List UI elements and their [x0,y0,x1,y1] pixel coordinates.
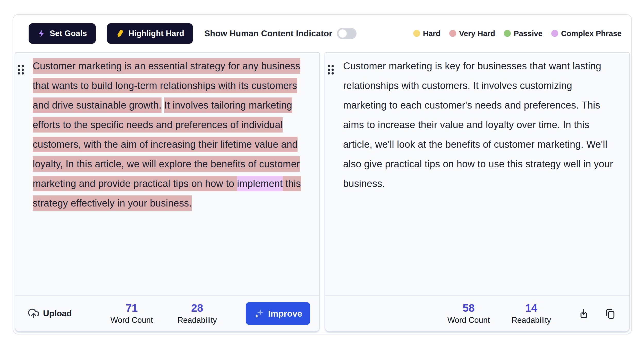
result-readability-label: Readability [512,316,551,325]
legend-label: Hard [423,29,440,38]
text-segment-plain [162,100,164,111]
copy-icon [604,308,616,319]
lightning-bolt-icon [37,29,46,38]
toggle-knob [338,29,347,38]
panels-row: Customer marketing is an essential strat… [13,52,631,334]
legend-item-complex-phrase: Complex Phrase [551,29,622,38]
result-panel-footer: 58 Word Count 14 Readability [325,295,629,331]
source-panel-footer: Upload 71 Word Count 28 Readability [15,295,319,331]
source-readability-value: 28 [177,302,217,314]
improve-button[interactable]: Improve [246,302,310,325]
upload-label: Upload [43,309,72,318]
highlight-legend: HardVery HardPassiveComplex Phrase [413,29,622,38]
legend-item-hard: Hard [413,29,440,38]
legend-dot-icon [413,30,420,37]
result-text: Customer marketing is key for businesses… [343,61,613,189]
result-word-count-stat: 58 Word Count [447,302,490,325]
set-goals-label: Set Goals [50,29,87,38]
upload-cloud-icon [28,308,40,320]
drag-handle-icon[interactable] [18,65,24,75]
source-word-count-stat: 71 Word Count [111,302,153,325]
app-stage: Set Goals Highlight Hard Show Human Cont… [0,0,644,346]
legend-item-very-hard: Very Hard [449,29,495,38]
human-content-indicator-toggle[interactable] [337,28,357,39]
improve-label: Improve [268,309,302,319]
result-panel: Customer marketing is key for businesses… [325,52,630,332]
legend-label: Very Hard [459,29,495,38]
copy-button[interactable] [604,308,616,319]
highlight-hard-label: Highlight Hard [129,29,184,38]
legend-item-passive: Passive [504,29,543,38]
highlighter-pen-icon [116,29,124,38]
source-text-editor[interactable]: Customer marketing is an essential strat… [15,53,319,295]
editor-app-card: Set Goals Highlight Hard Show Human Cont… [13,14,632,334]
human-content-indicator-label: Show Human Content Indicator [204,29,332,38]
result-text-editor[interactable]: Customer marketing is key for businesses… [325,53,629,295]
result-word-count-value: 58 [447,302,490,314]
legend-dot-icon [504,30,511,37]
download-icon [578,308,590,319]
source-readability-stat: 28 Readability [177,302,217,325]
legend-dot-icon [449,30,456,37]
legend-dot-icon [551,30,558,37]
result-readability-stat: 14 Readability [512,302,551,325]
text-segment-complex-phrase: implement [237,176,283,191]
legend-label: Complex Phrase [561,29,622,38]
highlight-hard-button[interactable]: Highlight Hard [107,23,193,44]
drag-handle-icon[interactable] [328,65,334,75]
result-readability-value: 14 [512,302,551,314]
download-button[interactable] [578,308,590,319]
toolbar: Set Goals Highlight Hard Show Human Cont… [13,15,631,52]
upload-button[interactable]: Upload [28,308,72,320]
sparkles-icon [254,308,265,319]
source-panel: Customer marketing is an essential strat… [15,52,320,332]
set-goals-button[interactable]: Set Goals [29,23,96,44]
source-word-count-label: Word Count [111,316,153,325]
result-word-count-label: Word Count [447,316,490,325]
legend-label: Passive [514,29,543,38]
source-readability-label: Readability [177,316,217,325]
source-word-count-value: 71 [111,302,153,314]
